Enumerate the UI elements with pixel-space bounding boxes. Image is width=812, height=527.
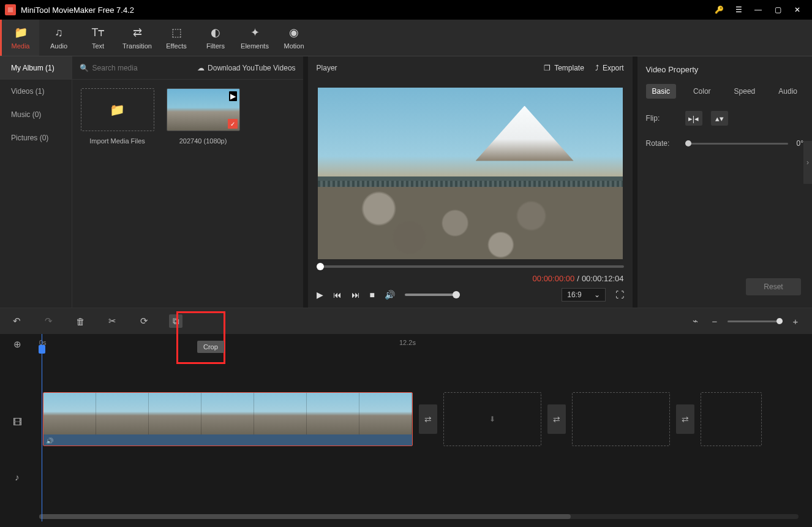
sidebar-item-pictures[interactable]: Pictures (0) bbox=[0, 126, 72, 150]
fullscreen-button[interactable]: ⛶ bbox=[615, 290, 624, 300]
delete-button[interactable]: 🗑 bbox=[73, 314, 87, 328]
clip-thumbnails bbox=[43, 393, 412, 434]
effects-icon: ⬚ bbox=[171, 26, 182, 39]
key-icon[interactable]: 🔑 bbox=[709, 0, 729, 20]
title-bar: MiniTool MovieMaker Free 7.4.2 🔑 ☰ — ▢ ✕ bbox=[0, 0, 812, 20]
volume-slider[interactable] bbox=[405, 294, 460, 296]
cloud-download-icon: ☁ bbox=[197, 64, 205, 72]
maximize-button[interactable]: ▢ bbox=[768, 0, 788, 20]
tab-speed[interactable]: Speed bbox=[728, 84, 762, 99]
rotate-value: 0° bbox=[797, 139, 803, 148]
video-clip[interactable]: 🔊 bbox=[43, 392, 413, 446]
seek-slider[interactable] bbox=[317, 265, 624, 268]
media-thumb: ▶ ✓ bbox=[167, 88, 240, 131]
next-frame-button[interactable]: ⏭ bbox=[351, 290, 360, 300]
crop-button[interactable]: ⧉ bbox=[169, 314, 182, 328]
player-title: Player bbox=[317, 64, 533, 72]
ribbon-filters[interactable]: ◐Filters bbox=[196, 20, 235, 56]
properties-title: Video Property bbox=[646, 65, 803, 74]
filters-icon: ◐ bbox=[211, 26, 220, 39]
ribbon-label: Text bbox=[92, 42, 104, 50]
add-media-icon: ⬇ bbox=[489, 415, 495, 423]
stop-button[interactable]: ■ bbox=[370, 290, 375, 300]
zoom-out-button[interactable]: − bbox=[708, 314, 721, 328]
video-track-icon: 🎞 bbox=[0, 394, 34, 449]
elements-icon: ✦ bbox=[250, 26, 260, 39]
download-youtube-link[interactable]: ☁ Download YouTube Videos bbox=[197, 64, 295, 72]
transition-slot[interactable]: ⇄ bbox=[676, 404, 694, 434]
ribbon-label: Media bbox=[12, 42, 30, 50]
tracks-area[interactable]: 0s 12.2s 🔊 ⇄ ⬇ ⇄ ⇄ bbox=[34, 334, 812, 521]
preview-area bbox=[308, 80, 633, 259]
search-input-wrap: 🔍 bbox=[80, 64, 192, 72]
speaker-icon: 🔊 bbox=[46, 438, 53, 444]
sidebar-item-myalbum[interactable]: My Album (1) bbox=[0, 56, 72, 80]
close-button[interactable]: ✕ bbox=[788, 0, 807, 20]
ribbon-label: Filters bbox=[206, 42, 225, 50]
minimize-button[interactable]: — bbox=[748, 0, 768, 20]
import-media-card[interactable]: 📁 Import Media Files bbox=[81, 88, 154, 145]
rotate-slider[interactable] bbox=[685, 143, 788, 145]
ribbon-elements[interactable]: ✦Elements bbox=[235, 20, 274, 56]
playhead[interactable] bbox=[42, 334, 42, 521]
player-panel: Player ❐ Template ⤴ Export 00:00:00:00 / bbox=[308, 56, 633, 308]
panel-collapse-button[interactable]: › bbox=[803, 141, 812, 184]
ribbon-text[interactable]: TᴛText bbox=[78, 20, 118, 56]
tab-audio[interactable]: Audio bbox=[772, 84, 803, 99]
time-divider: / bbox=[577, 274, 579, 283]
text-icon: Tᴛ bbox=[92, 26, 105, 39]
folder-icon: 📁 bbox=[110, 102, 125, 117]
ruler[interactable]: 0s 12.2s bbox=[34, 334, 812, 355]
speed-button[interactable]: ⟳ bbox=[137, 314, 151, 328]
clip-placeholder[interactable] bbox=[572, 392, 670, 446]
check-icon: ✓ bbox=[228, 119, 238, 129]
flip-horizontal-button[interactable]: ▸|◂ bbox=[685, 111, 702, 126]
undo-button[interactable]: ↶ bbox=[10, 314, 23, 328]
layers-icon: ❐ bbox=[544, 64, 551, 72]
reset-button[interactable]: Reset bbox=[746, 278, 801, 295]
volume-icon[interactable]: 🔊 bbox=[385, 290, 395, 300]
horizontal-scrollbar[interactable] bbox=[39, 514, 799, 519]
ribbon-transition[interactable]: ⇄Transition bbox=[118, 20, 157, 56]
ribbon-label: Effects bbox=[166, 42, 186, 50]
template-button[interactable]: ❐ Template bbox=[544, 64, 584, 72]
zoom-slider[interactable] bbox=[727, 320, 783, 322]
transition-slot[interactable]: ⇄ bbox=[419, 404, 437, 434]
video-badge-icon: ▶ bbox=[229, 91, 237, 101]
tab-color[interactable]: Color bbox=[687, 84, 717, 99]
add-track-button[interactable]: ⊕ bbox=[0, 334, 34, 355]
crop-tooltip: Crop bbox=[197, 341, 224, 353]
transition-slot[interactable]: ⇄ bbox=[547, 404, 566, 434]
sidebar-item-music[interactable]: Music (0) bbox=[0, 103, 72, 126]
search-input[interactable] bbox=[92, 64, 192, 72]
aspect-ratio-select[interactable]: 16:9 ⌄ bbox=[562, 288, 605, 301]
ribbon-effects[interactable]: ⬚Effects bbox=[157, 20, 196, 56]
flip-vertical-button[interactable]: ▴▾ bbox=[711, 111, 728, 126]
clip-placeholder[interactable] bbox=[701, 392, 762, 446]
menu-icon[interactable]: ☰ bbox=[729, 0, 748, 20]
transition-icon: ⇄ bbox=[133, 26, 142, 39]
clip-placeholder[interactable]: ⬇ bbox=[443, 392, 541, 446]
ruler-mark: 12.2s bbox=[399, 339, 416, 346]
export-button[interactable]: ⤴ Export bbox=[595, 64, 624, 72]
ribbon-audio[interactable]: ♫Audio bbox=[39, 20, 78, 56]
snap-icon[interactable]: ⌁ bbox=[688, 314, 702, 328]
clip-audio-row: 🔊 bbox=[43, 434, 412, 446]
timeline-toolbar: ↶ ↷ 🗑 ✂ ⟳ ⧉ ⌁ − + bbox=[0, 308, 812, 334]
play-button[interactable]: ▶ bbox=[317, 290, 323, 300]
tab-basic[interactable]: Basic bbox=[646, 84, 676, 99]
ribbon-motion[interactable]: ◉Motion bbox=[274, 20, 314, 56]
ribbon-label: Transition bbox=[122, 42, 152, 50]
music-icon: ♫ bbox=[55, 26, 63, 39]
media-clip-card[interactable]: ▶ ✓ 202740 (1080p) bbox=[167, 88, 240, 145]
redo-button[interactable]: ↷ bbox=[42, 314, 55, 328]
prev-frame-button[interactable]: ⏮ bbox=[333, 290, 342, 300]
ribbon-label: Elements bbox=[241, 42, 269, 50]
zoom-in-button[interactable]: + bbox=[789, 314, 802, 328]
ribbon-media[interactable]: 📁Media bbox=[0, 20, 39, 56]
track-icons: ⊕ 🎞 ♪ bbox=[0, 334, 34, 521]
split-button[interactable]: ✂ bbox=[105, 314, 119, 328]
sidebar-item-videos[interactable]: Videos (1) bbox=[0, 80, 72, 103]
properties-panel: Video Property Basic Color Speed Audio F… bbox=[637, 56, 812, 308]
preview-image bbox=[318, 88, 623, 259]
